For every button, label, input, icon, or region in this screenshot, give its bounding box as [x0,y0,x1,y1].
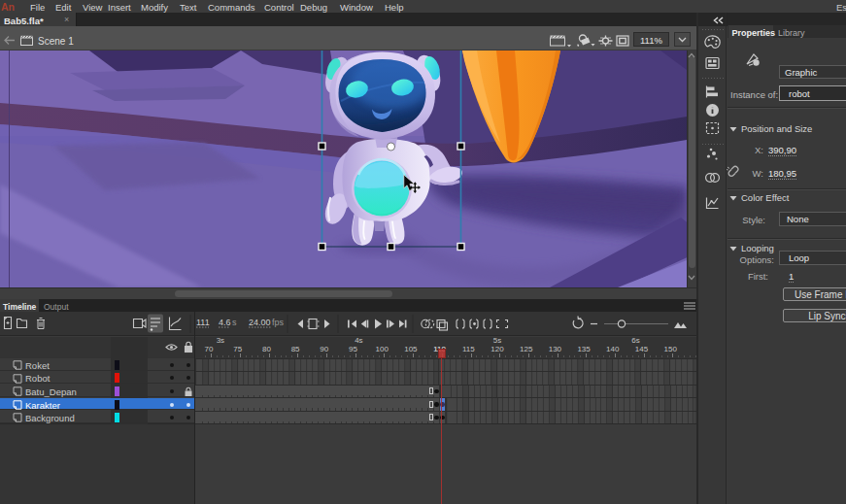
svg-text:111: 111 [196,318,210,327]
svg-text:4.6: 4.6 [219,318,231,327]
svg-text:s: s [232,318,237,327]
svg-text:24.00: 24.00 [249,318,271,327]
svg-text:fps: fps [272,318,285,327]
